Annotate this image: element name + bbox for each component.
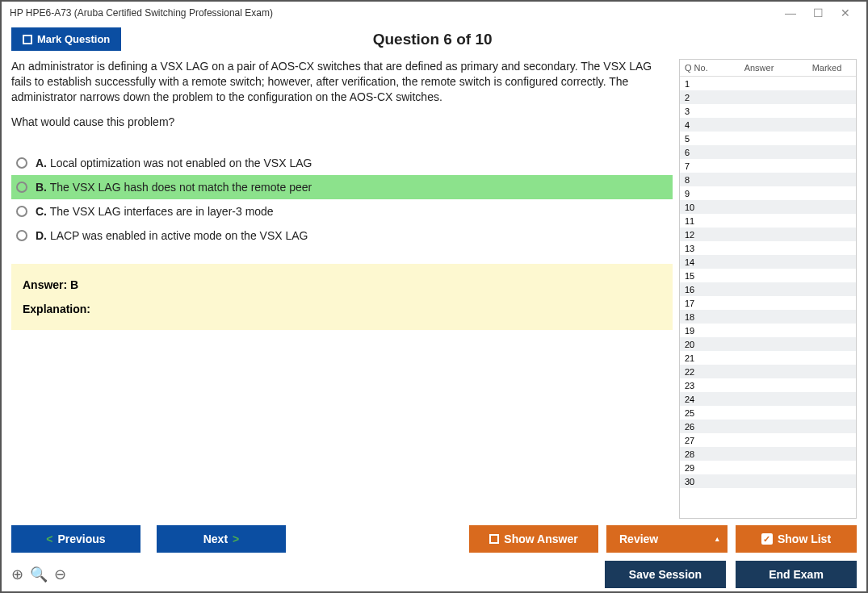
list-row[interactable]: 11 <box>680 214 856 228</box>
list-row[interactable]: 2 <box>680 90 856 104</box>
show-answer-button[interactable]: Show Answer <box>469 525 598 553</box>
close-icon[interactable]: ✕ <box>839 6 852 19</box>
list-rows[interactable]: 1234567891011121314151617181920212223242… <box>680 77 856 518</box>
previous-label: Previous <box>58 532 106 545</box>
app-window: HP HPE6-A73 (Aruba Certified Switching P… <box>0 0 868 593</box>
window-controls: — ☐ ✕ <box>784 6 858 19</box>
window-title: HP HPE6-A73 (Aruba Certified Switching P… <box>10 7 784 19</box>
zoom-out-icon[interactable]: ⊖ <box>54 566 66 583</box>
explanation-label: Explanation: <box>23 303 661 315</box>
row-qno: 22 <box>685 367 715 377</box>
option-text: D. LACP was enabled in active mode on th… <box>36 229 308 242</box>
radio-icon <box>16 230 27 241</box>
row-qno: 21 <box>685 353 715 363</box>
question-counter: Question 6 of 10 <box>8 31 857 48</box>
show-list-button[interactable]: ✓ Show List <box>736 525 857 553</box>
row-qno: 2 <box>685 93 715 102</box>
list-row[interactable]: 26 <box>680 420 856 433</box>
list-row[interactable]: 19 <box>680 324 856 337</box>
zoom-in-icon[interactable]: 🔍 <box>30 566 48 583</box>
list-row[interactable]: 27 <box>680 433 856 447</box>
row-qno: 20 <box>685 340 715 349</box>
list-row[interactable]: 22 <box>680 365 856 378</box>
next-button[interactable]: Next > <box>157 525 286 553</box>
maximize-icon[interactable]: ☐ <box>811 6 824 19</box>
row-qno: 25 <box>685 408 715 418</box>
row-qno: 10 <box>685 203 715 212</box>
row-qno: 23 <box>685 381 715 390</box>
list-row[interactable]: 18 <box>680 310 856 324</box>
chevron-right-icon: > <box>233 532 239 545</box>
option-B[interactable]: B. The VSX LAG hash does not match the r… <box>11 175 673 199</box>
previous-button[interactable]: < Previous <box>11 525 140 553</box>
save-session-button[interactable]: Save Session <box>605 561 726 588</box>
col-answer: Answer <box>715 63 803 73</box>
list-row[interactable]: 24 <box>680 392 856 406</box>
list-row[interactable]: 6 <box>680 145 856 159</box>
list-row[interactable]: 8 <box>680 173 856 186</box>
list-row[interactable]: 12 <box>680 228 856 241</box>
checkbox-icon <box>489 534 499 544</box>
col-qno: Q No. <box>685 63 715 73</box>
option-D[interactable]: D. LACP was enabled in active mode on th… <box>11 223 673 248</box>
list-row[interactable]: 16 <box>680 282 856 296</box>
list-row[interactable]: 9 <box>680 186 856 200</box>
question-list-panel: Q No. Answer Marked 12345678910111213141… <box>679 59 857 519</box>
radio-icon <box>16 157 27 169</box>
row-qno: 18 <box>685 312 715 322</box>
dropdown-icon: ▴ <box>715 535 719 543</box>
row-qno: 7 <box>685 161 715 171</box>
list-row[interactable]: 7 <box>680 159 856 173</box>
answer-label: Answer: B <box>23 278 661 291</box>
list-header: Q No. Answer Marked <box>680 60 856 77</box>
row-qno: 3 <box>685 106 715 116</box>
option-text: B. The VSX LAG hash does not match the r… <box>36 181 312 194</box>
list-row[interactable]: 25 <box>680 406 856 420</box>
question-para-1: An administrator is defining a VSX LAG o… <box>11 59 673 105</box>
row-qno: 1 <box>685 79 715 89</box>
option-text: C. The VSX LAG interfaces are in layer-3… <box>36 205 274 218</box>
row-qno: 30 <box>685 477 715 487</box>
show-list-label: Show List <box>778 532 831 545</box>
radio-icon <box>16 182 27 193</box>
list-row[interactable]: 30 <box>680 474 856 488</box>
review-label: Review <box>619 532 658 545</box>
header-row: Mark Question Question 6 of 10 <box>2 24 866 59</box>
list-row[interactable]: 5 <box>680 132 856 145</box>
check-icon: ✓ <box>761 533 773 545</box>
row-qno: 14 <box>685 257 715 267</box>
review-button[interactable]: Review ▴ <box>606 525 728 553</box>
list-row[interactable]: 3 <box>680 104 856 118</box>
row-qno: 29 <box>685 463 715 473</box>
save-label: Save Session <box>629 568 702 581</box>
minimize-icon[interactable]: — <box>784 6 797 19</box>
row-qno: 11 <box>685 216 715 226</box>
list-row[interactable]: 17 <box>680 296 856 310</box>
list-row[interactable]: 1 <box>680 77 856 90</box>
list-row[interactable]: 29 <box>680 461 856 474</box>
list-row[interactable]: 15 <box>680 269 856 282</box>
list-row[interactable]: 23 <box>680 378 856 392</box>
option-C[interactable]: C. The VSX LAG interfaces are in layer-3… <box>11 199 673 223</box>
list-row[interactable]: 21 <box>680 351 856 365</box>
list-row[interactable]: 10 <box>680 200 856 214</box>
row-qno: 8 <box>685 175 715 185</box>
end-label: End Exam <box>769 568 824 581</box>
row-qno: 24 <box>685 395 715 404</box>
row-qno: 6 <box>685 148 715 157</box>
zoom-reset-icon[interactable]: ⊕ <box>11 566 23 583</box>
question-para-2: What would cause this problem? <box>11 115 673 130</box>
titlebar: HP HPE6-A73 (Aruba Certified Switching P… <box>2 2 866 24</box>
options-list: A. Local optimization was not enabled on… <box>11 151 673 248</box>
row-qno: 15 <box>685 271 715 281</box>
col-marked: Marked <box>803 63 851 73</box>
list-row[interactable]: 13 <box>680 241 856 255</box>
list-row[interactable]: 4 <box>680 118 856 132</box>
list-row[interactable]: 28 <box>680 447 856 461</box>
list-row[interactable]: 14 <box>680 255 856 269</box>
next-label: Next <box>203 532 228 545</box>
row-qno: 19 <box>685 326 715 336</box>
end-exam-button[interactable]: End Exam <box>736 561 857 588</box>
option-A[interactable]: A. Local optimization was not enabled on… <box>11 151 673 175</box>
list-row[interactable]: 20 <box>680 337 856 351</box>
